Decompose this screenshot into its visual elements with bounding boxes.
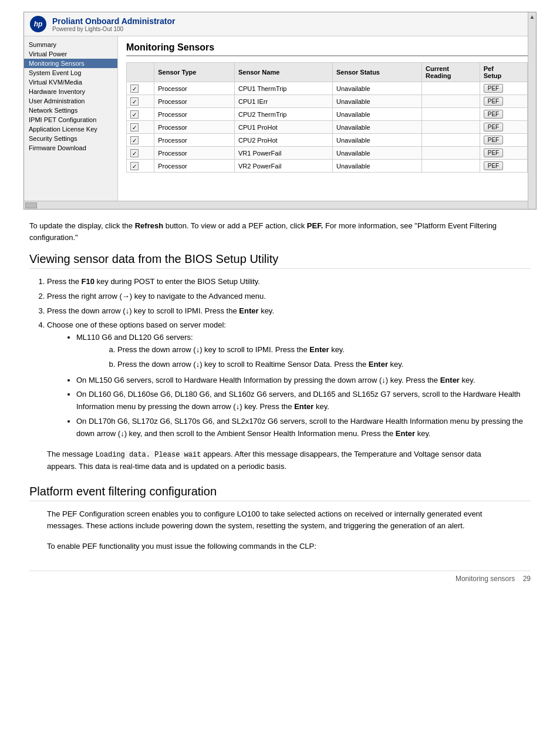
alpha-list-ml110: Press the down arrow (↓) key to scroll t… xyxy=(117,344,531,371)
row-check: ✓ xyxy=(127,147,154,160)
intro-paragraph: To update the display, click the Refresh… xyxy=(29,220,531,243)
row-check: ✓ xyxy=(127,121,154,134)
row-check: ✓ xyxy=(127,82,154,95)
check-icon[interactable]: ✓ xyxy=(130,149,139,157)
screenshot-area: ▲ hp Proliant Onboard Administrator Powe… xyxy=(23,12,537,210)
check-icon[interactable]: ✓ xyxy=(130,110,139,119)
bullet-ml110: ML110 G6 and DL120 G6 servers: Press the… xyxy=(76,332,531,370)
row-pef[interactable]: PEF xyxy=(480,121,527,134)
app-header: hp Proliant Onboard Administrator Powere… xyxy=(24,12,536,36)
pef-para1: The PEF Configuration screen enables you… xyxy=(47,508,513,533)
sidebar-item-summary[interactable]: Summary xyxy=(24,40,117,49)
step-4: Choose one of these options based on ser… xyxy=(47,319,531,440)
col-header-sensor-type: Sensor Type xyxy=(154,63,235,82)
bullet-dl170h: On DL170h G6, SL170z G6, SL170s G6, and … xyxy=(76,416,531,440)
scroll-up-arrow[interactable]: ▲ xyxy=(529,13,535,20)
step-3: Press the down arrow (↓) key to scroll t… xyxy=(47,305,531,318)
page-footer: Monitoring sensors 29 xyxy=(29,571,531,583)
row-reading xyxy=(422,95,480,108)
server-options-list: ML110 G6 and DL120 G6 servers: Press the… xyxy=(76,332,531,440)
row-name: CPU1 ProHot xyxy=(234,121,332,134)
row-type: Processor xyxy=(154,108,235,121)
main-content: Monitoring Sensors Sensor Type Sensor Na… xyxy=(118,36,536,201)
row-name: CPU1 IErr xyxy=(234,95,332,108)
hp-logo-icon: hp xyxy=(30,16,46,32)
table-row: ✓ Processor CPU1 ProHot Unavailable PEF xyxy=(127,121,528,134)
step-1: Press the F10 key during POST to enter t… xyxy=(47,276,531,288)
section1-title: Viewing sensor data from the BIOS Setup … xyxy=(29,252,531,269)
steps-list: Press the F10 key during POST to enter t… xyxy=(47,276,531,440)
row-name: CPU2 ThermTrip xyxy=(234,108,332,121)
col-header-check xyxy=(127,63,154,82)
check-icon[interactable]: ✓ xyxy=(130,85,139,93)
pef-button[interactable]: PEF xyxy=(484,97,503,106)
row-check: ✓ xyxy=(127,160,154,173)
row-pef[interactable]: PEF xyxy=(480,108,527,121)
monitoring-sensors-heading: Monitoring Sensors xyxy=(126,42,528,56)
pef-button[interactable]: PEF xyxy=(484,148,503,157)
bullet-dl160: On DL160 G6, DL160se G6, DL180 G6, and S… xyxy=(76,389,531,413)
row-reading xyxy=(422,108,480,121)
col-header-current-reading: CurrentReading xyxy=(422,63,480,82)
sidebar-item-system-event-log[interactable]: System Event Log xyxy=(24,68,117,77)
row-status: Unavailable xyxy=(333,95,422,108)
row-status: Unavailable xyxy=(333,147,422,160)
footer-text: Monitoring sensors xyxy=(456,575,515,583)
step-a: Press the down arrow (↓) key to scroll t… xyxy=(117,344,531,356)
row-type: Processor xyxy=(154,121,235,134)
sidebar-item-user-administration[interactable]: User Administration xyxy=(24,96,117,106)
sidebar: Summary Virtual Power Monitoring Sensors… xyxy=(24,36,118,201)
sidebar-item-hardware-inventory[interactable]: Hardware Inventory xyxy=(24,87,117,96)
row-pef[interactable]: PEF xyxy=(480,134,527,147)
row-check: ✓ xyxy=(127,134,154,147)
row-reading xyxy=(422,121,480,134)
check-icon[interactable]: ✓ xyxy=(130,97,139,106)
row-type: Processor xyxy=(154,147,235,160)
app-container: Summary Virtual Power Monitoring Sensors… xyxy=(24,36,536,201)
row-name: CPU2 ProHot xyxy=(234,134,332,147)
step-b: Press the down arrow (↓) key to scroll t… xyxy=(117,359,531,371)
note-paragraph: The message Loading data. Please wait ap… xyxy=(47,448,513,473)
check-icon[interactable]: ✓ xyxy=(130,123,139,131)
section2-title: Platform event filtering configuration xyxy=(29,485,531,501)
sidebar-item-virtual-power[interactable]: Virtual Power xyxy=(24,49,117,59)
table-row: ✓ Processor VR1 PowerFail Unavailable PE… xyxy=(127,147,528,160)
sensor-table: Sensor Type Sensor Name Sensor Status Cu… xyxy=(126,62,528,173)
sidebar-item-license-key[interactable]: Application License Key xyxy=(24,124,117,134)
sidebar-item-virtual-kvm[interactable]: Virtual KVM/Media xyxy=(24,77,117,87)
sidebar-item-firmware-download[interactable]: Firmware Download xyxy=(24,143,117,153)
row-status: Unavailable xyxy=(333,108,422,121)
sidebar-item-security-settings[interactable]: Security Settings xyxy=(24,134,117,143)
col-header-sensor-name: Sensor Name xyxy=(234,63,332,82)
pef-button[interactable]: PEF xyxy=(484,136,503,144)
check-icon[interactable]: ✓ xyxy=(130,136,139,144)
step-2: Press the right arrow (→) key to navigat… xyxy=(47,291,531,303)
row-reading xyxy=(422,82,480,95)
check-icon[interactable]: ✓ xyxy=(130,162,139,170)
pef-para2: To enable PEF functionality you must iss… xyxy=(47,541,513,553)
page-body: To update the display, click the Refresh… xyxy=(23,220,537,583)
row-status: Unavailable xyxy=(333,82,422,95)
bottom-scrollbar[interactable]: ▶ xyxy=(24,201,536,209)
row-status: Unavailable xyxy=(333,121,422,134)
row-pef[interactable]: PEF xyxy=(480,160,527,173)
pef-button[interactable]: PEF xyxy=(484,110,503,119)
scroll-thumb[interactable] xyxy=(25,202,37,208)
row-name: VR1 PowerFail xyxy=(234,147,332,160)
sidebar-item-ipmi-pet[interactable]: IPMI PET Configuration xyxy=(24,115,117,124)
row-reading xyxy=(422,134,480,147)
pef-button[interactable]: PEF xyxy=(484,161,503,170)
pef-button[interactable]: PEF xyxy=(484,84,503,93)
row-pef[interactable]: PEF xyxy=(480,95,527,108)
bullet-ml150: On ML150 G6 servers, scroll to Hardware … xyxy=(76,374,531,387)
app-subtitle: Powered by Lights-Out 100 xyxy=(52,26,176,32)
row-pef[interactable]: PEF xyxy=(480,147,527,160)
pef-button[interactable]: PEF xyxy=(484,123,503,131)
sidebar-item-monitoring-sensors[interactable]: Monitoring Sensors xyxy=(24,59,117,68)
sidebar-item-network-settings[interactable]: Network Settings xyxy=(24,106,117,115)
row-type: Processor xyxy=(154,82,235,95)
row-status: Unavailable xyxy=(333,160,422,173)
table-row: ✓ Processor VR2 PowerFail Unavailable PE… xyxy=(127,160,528,173)
row-pef[interactable]: PEF xyxy=(480,82,527,95)
platform-section: Platform event filtering configuration T… xyxy=(29,485,531,553)
